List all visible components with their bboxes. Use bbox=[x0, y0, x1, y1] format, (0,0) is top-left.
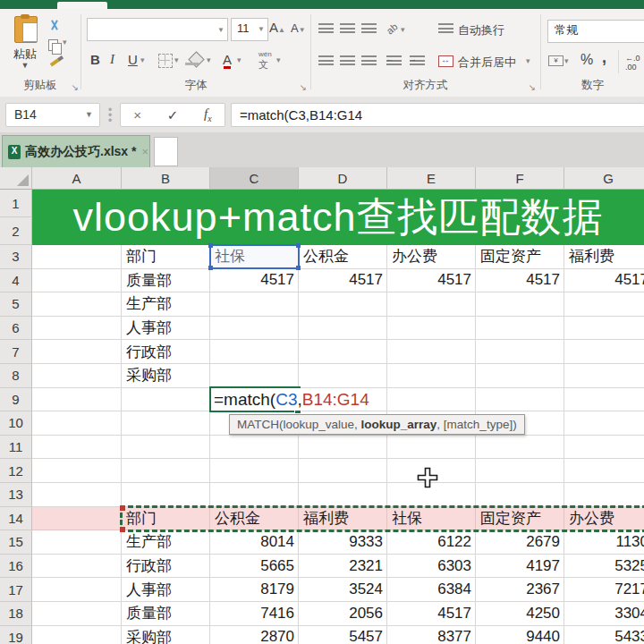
reference-box-C3[interactable] bbox=[209, 244, 300, 269]
borders-icon[interactable] bbox=[158, 54, 173, 68]
font-color-icon[interactable]: A bbox=[223, 52, 232, 67]
cell-D15[interactable]: 9333 bbox=[299, 530, 387, 555]
column-header-A[interactable]: A bbox=[32, 167, 122, 190]
cell-E8[interactable] bbox=[387, 364, 476, 388]
cell-E15[interactable]: 6122 bbox=[387, 530, 476, 555]
select-all-button[interactable] bbox=[0, 167, 32, 190]
cell-A12[interactable] bbox=[32, 459, 122, 483]
cell-F6[interactable] bbox=[476, 317, 564, 341]
chevron-down-icon[interactable]: ▼ bbox=[217, 26, 225, 34]
cell-F4[interactable]: 4517 bbox=[476, 269, 564, 293]
cell-F9[interactable] bbox=[476, 388, 564, 412]
row-number-1[interactable]: 1 bbox=[0, 190, 32, 217]
row-number-12[interactable]: 12 bbox=[0, 459, 32, 483]
cell-C11[interactable] bbox=[210, 436, 299, 460]
cell-C6[interactable] bbox=[210, 317, 299, 341]
name-box[interactable]: B14▼ bbox=[5, 103, 100, 127]
cell-D18[interactable]: 2056 bbox=[299, 602, 387, 626]
row-number-13[interactable]: 13 bbox=[0, 483, 32, 507]
cell-B11[interactable] bbox=[122, 436, 210, 460]
cell-D12[interactable] bbox=[299, 459, 387, 483]
cell-G8[interactable] bbox=[564, 364, 644, 388]
format-painter-icon[interactable] bbox=[50, 58, 59, 66]
cell-C17[interactable]: 8179 bbox=[210, 578, 299, 602]
cell-E16[interactable]: 6303 bbox=[387, 555, 476, 579]
cell-G7[interactable] bbox=[564, 340, 644, 364]
number-format-combo[interactable]: 常规 bbox=[547, 20, 644, 43]
row-number-4[interactable]: 4 bbox=[0, 269, 32, 293]
chevron-down-icon[interactable]: ▼ bbox=[258, 20, 265, 39]
cell-G19[interactable]: 5433 bbox=[564, 626, 644, 644]
cell-B18[interactable]: 质量部 bbox=[122, 602, 210, 626]
cell-D3[interactable]: 公积金 bbox=[299, 245, 387, 269]
row-number-6[interactable]: 6 bbox=[0, 317, 32, 341]
copy-dropdown-icon[interactable]: ▾ bbox=[63, 38, 67, 47]
enter-icon[interactable]: ✓ bbox=[167, 107, 179, 123]
decrease-indent-icon[interactable] bbox=[386, 55, 402, 66]
row-number-5[interactable]: 5 bbox=[0, 292, 32, 317]
cell-F7[interactable] bbox=[476, 340, 564, 364]
cell-G10[interactable] bbox=[564, 411, 644, 436]
title-banner-cell[interactable]: vlookup+match查找匹配数据 bbox=[32, 190, 644, 245]
cell-C19[interactable]: 2870 bbox=[210, 626, 299, 644]
column-header-G[interactable]: G bbox=[564, 167, 644, 190]
cell-G12[interactable] bbox=[564, 459, 644, 483]
copy-icon[interactable] bbox=[48, 39, 58, 51]
merge-center-button[interactable]: 合并后居中 bbox=[458, 55, 516, 71]
row-number-10[interactable]: 10 bbox=[0, 411, 32, 436]
font-dialog-launcher-icon[interactable]: ↘ bbox=[300, 82, 307, 92]
paste-dropdown-icon[interactable]: ▼ bbox=[5, 61, 45, 70]
cell-D16[interactable]: 2321 bbox=[299, 555, 387, 579]
active-ribbon-tab[interactable] bbox=[57, 2, 107, 9]
cell-F19[interactable]: 9440 bbox=[476, 626, 564, 644]
cell-A7[interactable] bbox=[32, 340, 122, 364]
cell-B10[interactable] bbox=[122, 411, 210, 436]
cell-C12[interactable] bbox=[210, 459, 299, 483]
cell-E19[interactable]: 8377 bbox=[387, 626, 476, 644]
cell-F18[interactable]: 4250 bbox=[476, 602, 564, 626]
cell-A11[interactable] bbox=[32, 436, 122, 460]
new-tab-button[interactable] bbox=[154, 137, 178, 166]
cell-E7[interactable] bbox=[387, 340, 476, 364]
underline-dropdown-icon[interactable]: ▾ bbox=[140, 55, 145, 64]
clipboard-dialog-launcher-icon[interactable]: ↘ bbox=[72, 82, 79, 92]
cell-A9[interactable] bbox=[32, 388, 122, 412]
align-bottom-icon[interactable] bbox=[361, 23, 377, 34]
cell-B17[interactable]: 人事部 bbox=[122, 578, 210, 602]
cell-G17[interactable]: 7217 bbox=[564, 578, 644, 602]
row-number-8[interactable]: 8 bbox=[0, 364, 32, 388]
percent-style-icon[interactable]: % bbox=[580, 52, 593, 68]
fill-color-icon[interactable] bbox=[188, 51, 204, 67]
column-header-D[interactable]: D bbox=[299, 167, 387, 190]
cell-D17[interactable]: 3524 bbox=[299, 578, 387, 602]
borders-dropdown-icon[interactable]: ▾ bbox=[174, 55, 179, 64]
currency-dropdown-icon[interactable]: ▾ bbox=[564, 56, 569, 65]
cell-F3[interactable]: 固定资产 bbox=[476, 245, 564, 269]
comma-style-icon[interactable]: , bbox=[602, 48, 606, 67]
cell-G11[interactable] bbox=[564, 436, 644, 460]
cell-G16[interactable]: 5325 bbox=[564, 555, 644, 579]
column-header-C[interactable]: C bbox=[210, 167, 299, 190]
cell-A18[interactable] bbox=[32, 602, 122, 626]
cell-B15[interactable]: 生产部 bbox=[122, 530, 210, 555]
cell-B7[interactable]: 行政部 bbox=[122, 340, 210, 364]
cell-F13[interactable] bbox=[476, 483, 564, 507]
shrink-font-icon[interactable]: A▼ bbox=[291, 21, 306, 35]
cell-A13[interactable] bbox=[32, 483, 122, 507]
cancel-icon[interactable]: × bbox=[133, 107, 141, 123]
cell-C15[interactable]: 8014 bbox=[210, 530, 299, 555]
row-number-16[interactable]: 16 bbox=[0, 555, 32, 579]
merge-center-dropdown-icon[interactable]: ▾ bbox=[526, 56, 530, 65]
cell-B13[interactable] bbox=[122, 483, 210, 507]
column-header-B[interactable]: B bbox=[122, 167, 210, 190]
cell-A17[interactable] bbox=[32, 578, 122, 602]
font-color-dropdown-icon[interactable]: ▾ bbox=[237, 55, 242, 64]
orientation-dropdown-icon[interactable]: ▾ bbox=[401, 25, 405, 34]
cell-B8[interactable]: 采购部 bbox=[122, 364, 210, 388]
currency-icon[interactable]: ¥ bbox=[548, 55, 564, 66]
cell-A15[interactable] bbox=[32, 530, 122, 555]
column-header-F[interactable]: F bbox=[476, 167, 564, 190]
document-tab[interactable]: 高效办公技巧.xlsx * × bbox=[2, 135, 150, 167]
cell-A10[interactable] bbox=[32, 411, 122, 436]
cell-C13[interactable] bbox=[210, 483, 299, 507]
